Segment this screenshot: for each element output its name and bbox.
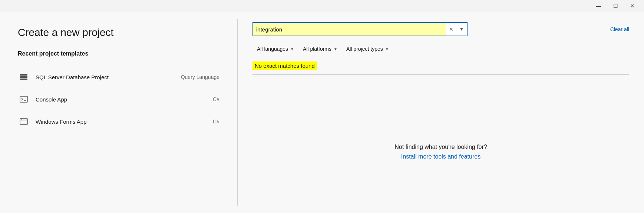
separator — [252, 74, 629, 75]
main-content: Create a new project Recent project temp… — [0, 12, 644, 213]
not-finding-text: Not finding what you're looking for? — [394, 144, 487, 150]
template-list: SQL Server Database Project Query Langua… — [18, 66, 219, 133]
no-matches-text: No exact matches found — [252, 61, 317, 70]
template-name: Console App — [36, 96, 175, 103]
template-language: C# — [175, 119, 219, 124]
close-button[interactable]: ✕ — [624, 1, 641, 11]
search-clear-button[interactable]: ✕ — [446, 23, 456, 36]
svg-rect-2 — [20, 79, 27, 80]
database-icon — [18, 71, 30, 83]
page-title: Create a new project — [18, 27, 219, 39]
console-icon — [18, 93, 30, 105]
template-language: C# — [175, 96, 219, 102]
clear-all-button[interactable]: Clear all — [610, 26, 629, 32]
project-type-filter-arrow: ▼ — [385, 47, 389, 51]
template-name: Windows Forms App — [36, 119, 175, 125]
platform-filter[interactable]: All platforms ▼ — [298, 44, 342, 54]
project-type-filter-label: All project types — [346, 46, 383, 52]
list-item[interactable]: SQL Server Database Project Query Langua… — [18, 66, 219, 88]
list-item[interactable]: Windows Forms App C# — [18, 110, 219, 133]
not-finding-section: Not finding what you're looking for? Ins… — [252, 90, 629, 203]
svg-rect-3 — [20, 96, 27, 102]
filters-row: All languages ▼ All platforms ▼ All proj… — [252, 44, 629, 54]
right-panel: ✕ ▼ Clear all All languages ▼ All platfo… — [238, 12, 644, 213]
search-input[interactable] — [253, 23, 446, 36]
svg-rect-0 — [20, 74, 27, 76]
install-tools-link[interactable]: Install more tools and features — [401, 153, 480, 160]
winforms-icon — [18, 116, 30, 127]
search-container: ✕ ▼ — [252, 22, 468, 36]
search-dropdown-button[interactable]: ▼ — [456, 23, 467, 36]
project-type-filter[interactable]: All project types ▼ — [342, 44, 393, 54]
maximize-button[interactable]: ☐ — [607, 1, 624, 11]
left-panel: Create a new project Recent project temp… — [0, 12, 237, 213]
platform-filter-label: All platforms — [303, 46, 331, 52]
language-filter-arrow: ▼ — [290, 47, 294, 51]
no-matches-row: No exact matches found — [252, 61, 629, 70]
template-language: Query Language — [175, 74, 219, 80]
minimize-button[interactable]: — — [590, 1, 607, 11]
language-filter-label: All languages — [257, 46, 288, 52]
svg-rect-7 — [21, 119, 22, 120]
recent-label: Recent project templates — [18, 50, 219, 57]
platform-filter-arrow: ▼ — [334, 47, 337, 51]
list-item[interactable]: Console App C# — [18, 88, 219, 110]
svg-rect-1 — [20, 76, 27, 78]
language-filter[interactable]: All languages ▼ — [252, 44, 298, 54]
template-name: SQL Server Database Project — [36, 74, 175, 80]
search-row: ✕ ▼ Clear all — [252, 22, 629, 36]
title-bar: — ☐ ✕ — [0, 0, 644, 12]
